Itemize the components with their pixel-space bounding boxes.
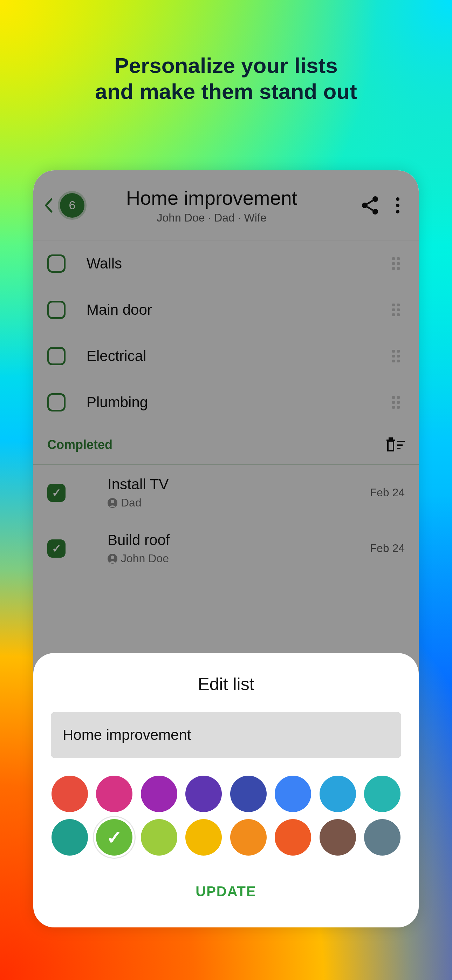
edit-list-sheet: Edit list UPDATE: [33, 653, 419, 928]
headline-line-1: Personalize your lists: [0, 52, 452, 78]
color-swatch[interactable]: [320, 776, 356, 812]
color-swatch[interactable]: [51, 776, 88, 812]
color-swatch[interactable]: [185, 776, 222, 812]
promo-headline: Personalize your lists and make them sta…: [0, 52, 452, 105]
list-name-input[interactable]: [51, 712, 401, 758]
color-swatch[interactable]: [275, 776, 311, 812]
headline-line-2: and make them stand out: [0, 78, 452, 105]
color-swatch[interactable]: [141, 819, 177, 856]
color-swatch[interactable]: [141, 776, 177, 812]
color-swatch[interactable]: [230, 819, 267, 856]
color-swatch[interactable]: [320, 819, 356, 856]
update-button[interactable]: UPDATE: [196, 884, 256, 899]
color-swatch[interactable]: [185, 819, 222, 856]
color-swatch[interactable]: [96, 819, 132, 856]
color-swatch[interactable]: [51, 819, 88, 856]
color-swatch[interactable]: [96, 776, 132, 812]
phone-frame: 6 Home improvement John Doe · Dad · Wife…: [33, 170, 419, 928]
sheet-title: Edit list: [51, 674, 401, 694]
color-swatch[interactable]: [364, 776, 401, 812]
color-swatch[interactable]: [230, 776, 267, 812]
color-swatch[interactable]: [275, 819, 311, 856]
color-swatch[interactable]: [364, 819, 401, 856]
color-grid: [51, 776, 401, 856]
